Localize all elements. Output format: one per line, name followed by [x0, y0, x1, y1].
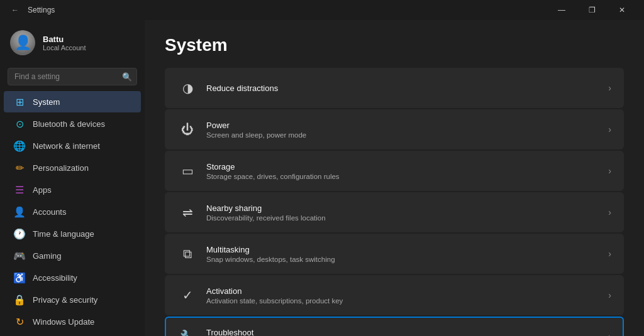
- sidebar-item-bluetooth[interactable]: ⊙ Bluetooth & devices: [4, 113, 141, 134]
- settings-content-activation: Activation Activation state, subscriptio…: [206, 286, 603, 305]
- search-input[interactable]: [8, 68, 137, 85]
- account-name: Battu: [43, 35, 86, 44]
- settings-desc-activation: Activation state, subscriptions, product…: [206, 297, 603, 305]
- account-type: Local Account: [43, 44, 86, 51]
- settings-title-storage: Storage: [206, 162, 603, 171]
- sidebar-item-time[interactable]: 🕐 Time & language: [4, 223, 141, 244]
- sidebar-icon-bluetooth: ⊙: [14, 118, 25, 129]
- sidebar-icon-personalization: ✏: [14, 162, 25, 173]
- main-layout: 👤 Battu Local Account 🔍 ⊞ System ⊙ Bluet…: [0, 20, 644, 336]
- sidebar-label-personalization: Personalization: [33, 163, 89, 173]
- sidebar-label-system: System: [33, 97, 60, 107]
- settings-content-reduce-distractions: Reduce distractions: [206, 84, 603, 93]
- settings-title-troubleshoot: Troubleshoot: [206, 328, 603, 337]
- avatar: 👤: [10, 30, 35, 55]
- app-title: Settings: [28, 6, 55, 14]
- account-section[interactable]: 👤 Battu Local Account: [0, 25, 145, 65]
- settings-icon-reduce-distractions: ◑: [177, 78, 197, 98]
- close-button[interactable]: ✕: [608, 0, 636, 20]
- user-icon: 👤: [14, 35, 31, 51]
- settings-icon-multitasking: ⧉: [177, 244, 197, 264]
- minimize-button[interactable]: —: [547, 0, 576, 20]
- sidebar-label-apps: Apps: [33, 185, 52, 195]
- sidebar-icon-gaming: 🎮: [14, 250, 25, 261]
- sidebar-icon-time: 🕐: [14, 228, 25, 239]
- settings-icon-troubleshoot: 🔧: [177, 327, 197, 336]
- sidebar-icon-network: 🌐: [14, 140, 25, 151]
- settings-icon-activation: ✓: [177, 285, 197, 305]
- sidebar-label-accounts: Accounts: [33, 207, 66, 217]
- settings-content-troubleshoot: Troubleshoot Recommended troubleshooters…: [206, 328, 603, 337]
- settings-title-reduce-distractions: Reduce distractions: [206, 84, 603, 93]
- chevron-icon-troubleshoot: ›: [608, 332, 611, 336]
- sidebar-label-privacy: Privacy & security: [33, 295, 97, 305]
- sidebar-item-personalization[interactable]: ✏ Personalization: [4, 157, 141, 178]
- sidebar-label-network: Network & internet: [33, 141, 100, 151]
- settings-title-multitasking: Multitasking: [206, 245, 603, 254]
- settings-content-power: Power Screen and sleep, power mode: [206, 121, 603, 139]
- settings-item-nearby-sharing[interactable]: ⇌ Nearby sharing Discoverability, receiv…: [165, 192, 624, 232]
- settings-content-nearby-sharing: Nearby sharing Discoverability, received…: [206, 203, 603, 222]
- titlebar: ← Settings — ❐ ✕: [0, 0, 644, 20]
- settings-title-activation: Activation: [206, 286, 603, 296]
- chevron-icon-nearby-sharing: ›: [608, 207, 611, 217]
- settings-item-troubleshoot[interactable]: 🔧 Troubleshoot Recommended troubleshoote…: [165, 317, 624, 336]
- sidebar-icon-privacy: 🔒: [14, 294, 25, 305]
- sidebar-item-privacy[interactable]: 🔒 Privacy & security: [4, 289, 141, 310]
- chevron-icon-storage: ›: [608, 166, 611, 176]
- sidebar: 👤 Battu Local Account 🔍 ⊞ System ⊙ Bluet…: [0, 20, 145, 336]
- settings-desc-nearby-sharing: Discoverability, received files location: [206, 214, 603, 222]
- sidebar-icon-accounts: 👤: [14, 206, 25, 217]
- settings-desc-storage: Storage space, drives, configuration rul…: [206, 173, 603, 180]
- restore-button[interactable]: ❐: [577, 0, 606, 20]
- sidebar-item-apps[interactable]: ☰ Apps: [4, 179, 141, 200]
- avatar-image: 👤: [10, 30, 35, 55]
- chevron-icon-multitasking: ›: [608, 249, 611, 259]
- settings-content-storage: Storage Storage space, drives, configura…: [206, 162, 603, 180]
- settings-desc-multitasking: Snap windows, desktops, task switching: [206, 256, 603, 263]
- settings-icon-storage: ▭: [177, 161, 197, 181]
- settings-item-power[interactable]: ⏻ Power Screen and sleep, power mode ›: [165, 109, 624, 149]
- settings-content-multitasking: Multitasking Snap windows, desktops, tas…: [206, 245, 603, 263]
- account-info: Battu Local Account: [43, 35, 86, 51]
- sidebar-label-time: Time & language: [33, 229, 94, 239]
- settings-icon-power: ⏻: [177, 119, 197, 139]
- chevron-icon-reduce-distractions: ›: [608, 83, 611, 93]
- search-icon: 🔍: [122, 72, 132, 82]
- settings-list: ◑ Reduce distractions › ⏻ Power Screen a…: [165, 68, 624, 336]
- sidebar-icon-update: ↻: [14, 316, 25, 327]
- sidebar-label-update: Windows Update: [33, 317, 94, 327]
- sidebar-icon-system: ⊞: [14, 96, 25, 107]
- sidebar-label-accessibility: Accessibility: [33, 273, 77, 283]
- settings-title-power: Power: [206, 121, 603, 130]
- sidebar-icon-accessibility: ♿: [14, 272, 25, 283]
- sidebar-item-accessibility[interactable]: ♿ Accessibility: [4, 267, 141, 288]
- sidebar-item-system[interactable]: ⊞ System: [4, 91, 141, 112]
- sidebar-item-gaming[interactable]: 🎮 Gaming: [4, 245, 141, 266]
- sidebar-item-network[interactable]: 🌐 Network & internet: [4, 135, 141, 156]
- settings-icon-nearby-sharing: ⇌: [177, 202, 197, 222]
- sidebar-item-accounts[interactable]: 👤 Accounts: [4, 201, 141, 222]
- settings-item-multitasking[interactable]: ⧉ Multitasking Snap windows, desktops, t…: [165, 234, 624, 274]
- sidebar-nav: ⊞ System ⊙ Bluetooth & devices 🌐 Network…: [0, 90, 145, 333]
- settings-item-activation[interactable]: ✓ Activation Activation state, subscript…: [165, 275, 624, 315]
- chevron-icon-activation: ›: [608, 290, 611, 300]
- settings-title-nearby-sharing: Nearby sharing: [206, 203, 603, 213]
- chevron-icon-power: ›: [608, 124, 611, 134]
- settings-item-storage[interactable]: ▭ Storage Storage space, drives, configu…: [165, 151, 624, 191]
- window-controls: — ❐ ✕: [547, 0, 636, 20]
- sidebar-icon-apps: ☰: [14, 184, 25, 195]
- back-button[interactable]: ←: [8, 3, 23, 18]
- settings-item-reduce-distractions[interactable]: ◑ Reduce distractions ›: [165, 68, 624, 108]
- content-area: System ◑ Reduce distractions › ⏻ Power S…: [145, 20, 644, 336]
- sidebar-item-update[interactable]: ↻ Windows Update: [4, 311, 141, 332]
- settings-desc-power: Screen and sleep, power mode: [206, 131, 603, 139]
- search-box: 🔍: [8, 68, 137, 85]
- sidebar-label-bluetooth: Bluetooth & devices: [33, 119, 105, 129]
- page-title: System: [165, 35, 624, 55]
- sidebar-label-gaming: Gaming: [33, 251, 62, 261]
